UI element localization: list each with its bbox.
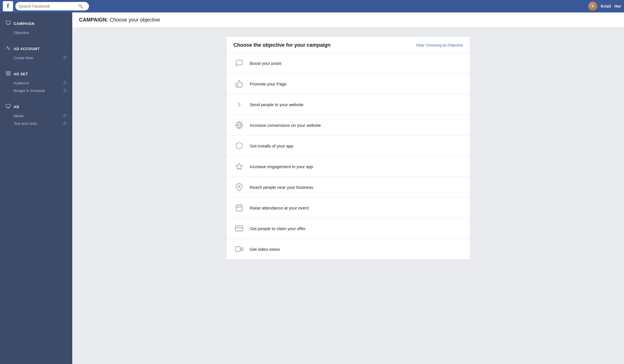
lock-icon xyxy=(63,81,67,85)
lock-icon xyxy=(63,114,67,118)
page-title-rest: Choose your objective xyxy=(108,17,160,23)
sidebar-item-label: Media xyxy=(14,114,24,118)
sidebar-item-text-and-links[interactable]: Text and Links xyxy=(0,120,72,127)
svg-point-16 xyxy=(238,185,240,187)
boost-posts-icon xyxy=(234,57,245,69)
svg-rect-17 xyxy=(236,205,242,211)
search-bar[interactable]: 🔍 xyxy=(15,2,89,10)
objective-card-title: Choose the objective for your campaign xyxy=(234,42,331,48)
boost-posts-label: Boost your posts xyxy=(250,61,282,66)
svg-rect-3 xyxy=(9,71,10,73)
main-content: CAMPAIGN: Choose your objective Choose t… xyxy=(72,12,624,364)
page-title: CAMPAIGN: Choose your objective xyxy=(79,17,617,23)
objectives-list: Boost your posts Promote your Page Send … xyxy=(227,53,470,259)
svg-rect-24 xyxy=(235,247,241,251)
svg-rect-4 xyxy=(6,74,8,75)
video-views-label: Get video views xyxy=(250,247,280,252)
sidebar-item-audience[interactable]: Audience xyxy=(0,79,72,87)
claim-offer-label: Get people to claim your offer xyxy=(250,226,306,231)
avatar: K xyxy=(588,2,597,11)
svg-rect-21 xyxy=(235,226,243,231)
nav-right: K Kristi Hor xyxy=(588,2,621,11)
claim-offer-icon xyxy=(234,223,245,234)
svg-rect-5 xyxy=(9,74,10,75)
objective-card: Choose the objective for your campaign H… xyxy=(226,36,470,260)
lock-icon xyxy=(63,89,67,93)
objective-item-increase-conversions[interactable]: Increase conversions on your website xyxy=(227,115,470,136)
svg-rect-1 xyxy=(64,57,66,59)
sidebar-section-label-ad: AD xyxy=(14,105,19,109)
video-views-icon xyxy=(234,243,245,255)
sidebar-section-ad: ADMediaText and Links xyxy=(0,101,72,127)
sidebar-item-create-new[interactable]: Create New xyxy=(0,54,72,62)
increase-conversions-label: Increase conversions on your website xyxy=(250,123,321,128)
search-icon: 🔍 xyxy=(78,4,83,8)
send-to-website-icon xyxy=(234,99,245,110)
objective-item-send-to-website[interactable]: Send people to your website xyxy=(227,94,470,115)
objective-item-boost-posts[interactable]: Boost your posts xyxy=(227,53,470,74)
user-name[interactable]: Kristi xyxy=(601,4,611,8)
objective-item-event-attendance[interactable]: Raise attendance at your event xyxy=(227,198,470,218)
app-installs-label: Get installs of your app xyxy=(250,144,293,148)
reach-local-icon xyxy=(234,181,245,193)
send-to-website-label: Send people to your website xyxy=(250,102,303,107)
sidebar-section-header-ad: AD xyxy=(0,101,72,112)
objective-card-header: Choose the objective for your campaign H… xyxy=(227,37,470,53)
page-header: CAMPAIGN: Choose your objective xyxy=(72,12,624,28)
sidebar-item-objective[interactable]: Objective xyxy=(0,29,72,37)
content-area: Choose the objective for your campaign H… xyxy=(72,28,624,364)
ad-set-section-icon xyxy=(6,71,11,77)
sidebar-section-header-ad-account: AD ACCOUNT xyxy=(0,43,72,54)
svg-rect-6 xyxy=(64,83,66,84)
promote-page-icon xyxy=(234,78,245,89)
svg-rect-8 xyxy=(6,104,10,107)
sidebar-section-label-campaign: CAMPAIGN xyxy=(14,22,35,26)
sidebar-section-ad-account: AD ACCOUNTCreate New xyxy=(0,43,72,62)
help-link[interactable]: Help: Choosing an Objective xyxy=(416,43,463,47)
sidebar-section-label-ad-set: AD SET xyxy=(14,72,28,76)
objective-item-app-installs[interactable]: Get installs of your app xyxy=(227,136,470,156)
ad-section-icon xyxy=(6,104,11,110)
sidebar-item-label: Create New xyxy=(14,56,33,60)
sidebar-section-ad-set: AD SETAudienceBudget & Schedule xyxy=(0,68,72,95)
lock-icon xyxy=(63,121,67,126)
sidebar-item-label: Budget & Schedule xyxy=(14,89,45,93)
page-title-bold: CAMPAIGN: xyxy=(79,17,108,23)
sidebar-item-media[interactable]: Media xyxy=(0,112,72,120)
lock-icon xyxy=(63,56,67,60)
app-installs-icon xyxy=(234,140,245,151)
sidebar-section-label-ad-account: AD ACCOUNT xyxy=(14,47,40,51)
sidebar-item-budget-and-schedule[interactable]: Budget & Schedule xyxy=(0,87,72,95)
ad-account-section-icon xyxy=(6,46,11,52)
event-attendance-icon xyxy=(234,202,245,213)
svg-rect-7 xyxy=(64,90,66,92)
reach-local-label: Reach people near your business xyxy=(250,185,313,190)
sidebar: CAMPAIGNObjectiveAD ACCOUNTCreate NewAD … xyxy=(0,12,72,364)
objective-item-promote-page[interactable]: Promote your Page xyxy=(227,74,470,94)
svg-rect-11 xyxy=(64,115,66,117)
top-navigation: f 🔍 K Kristi Hor xyxy=(0,0,624,12)
objective-item-video-views[interactable]: Get video views xyxy=(227,239,470,259)
svg-rect-0 xyxy=(6,21,10,24)
svg-marker-23 xyxy=(240,247,243,251)
sidebar-item-label: Audience xyxy=(14,81,29,85)
sidebar-section-campaign: CAMPAIGNObjective xyxy=(0,18,72,37)
svg-rect-12 xyxy=(64,123,66,125)
facebook-logo[interactable]: f xyxy=(3,1,13,11)
campaign-section-icon xyxy=(6,20,11,27)
promote-page-label: Promote your Page xyxy=(250,82,286,86)
app-engagement-label: Increase engagement in your app xyxy=(250,164,313,169)
home-nav-label[interactable]: Hor xyxy=(614,4,621,8)
search-input[interactable] xyxy=(19,4,78,8)
sidebar-section-header-ad-set: AD SET xyxy=(0,68,72,79)
event-attendance-label: Raise attendance at your event xyxy=(250,205,309,210)
sidebar-section-header-campaign: CAMPAIGN xyxy=(0,18,72,29)
objective-item-claim-offer[interactable]: Get people to claim your offer xyxy=(227,218,470,239)
objective-item-app-engagement[interactable]: Increase engagement in your app xyxy=(227,156,470,177)
svg-marker-15 xyxy=(236,163,242,169)
sidebar-item-label: Text and Links xyxy=(14,121,37,126)
app-engagement-icon xyxy=(234,161,245,172)
objective-item-reach-local[interactable]: Reach people near your business xyxy=(227,177,470,198)
svg-rect-2 xyxy=(6,71,8,73)
increase-conversions-icon xyxy=(234,119,245,131)
